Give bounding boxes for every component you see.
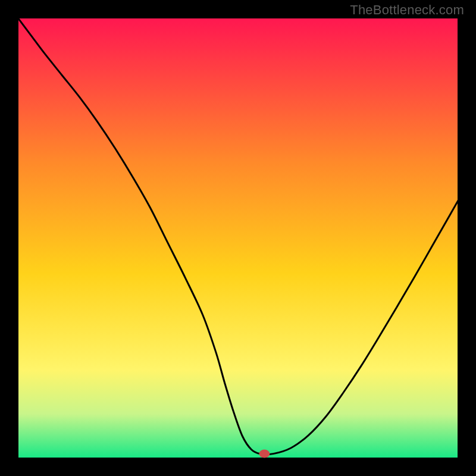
chart-frame: TheBottleneck.com — [0, 0, 476, 476]
bottleneck-chart — [0, 0, 476, 476]
optimal-point-marker — [259, 450, 270, 458]
plot-background — [18, 18, 458, 458]
